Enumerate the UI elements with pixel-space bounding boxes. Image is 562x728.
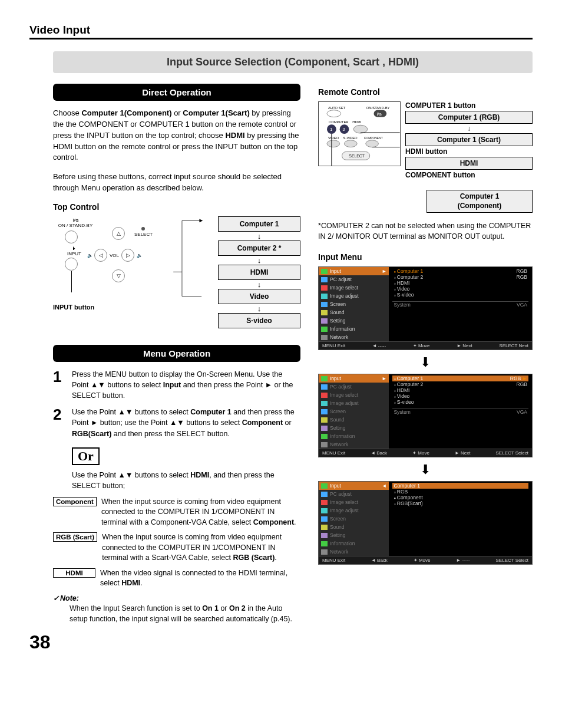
def-component-label: Component — [53, 497, 97, 506]
svg-text:COMPONENT: COMPONENT — [364, 137, 383, 140]
def-hdmi-text: When the video signal is connected to th… — [100, 568, 300, 589]
step-2-number: 2 — [53, 407, 65, 439]
flow-connector — [168, 216, 209, 299]
step-2-text: Use the Point ▲▼ buttons to select Compu… — [72, 407, 300, 439]
def-component-text: When the input source is coming from vid… — [101, 497, 300, 528]
svg-text:COMPUTER: COMPUTER — [329, 120, 349, 124]
svg-text:1: 1 — [330, 127, 332, 132]
svg-text:VIDEO: VIDEO — [328, 136, 339, 140]
direct-para1: Choose Computer 1(Component) or Computer… — [53, 108, 300, 163]
top-control-heading: Top Control — [53, 202, 300, 212]
direct-operation-heading: Direct Operation — [53, 84, 300, 101]
def-rgb-text: When the input source is coming from vid… — [102, 532, 300, 564]
menu-operation-heading: Menu Operation — [53, 345, 300, 362]
svg-point-2 — [327, 110, 341, 117]
direct-para2: Before using these buttons, correct inpu… — [53, 172, 300, 194]
svg-text:2: 2 — [343, 127, 345, 132]
remote-hdmi-button-label: HDMI button — [405, 147, 533, 156]
menu-screenshot-1: Input ►PC adjustImage selectImage adjust… — [318, 266, 533, 350]
note-text: When the Input Search function is set to… — [53, 604, 300, 624]
remote-heading: Remote Control — [318, 87, 533, 97]
flow-computer1: Computer 1 — [218, 216, 300, 232]
footnote: *COMPUTER 2 can not be selected when usi… — [318, 221, 533, 242]
svg-text:ON/STAND-BY: ON/STAND-BY — [366, 106, 390, 110]
section-title: Video Input — [29, 24, 533, 39]
svg-point-11 — [353, 125, 368, 133]
remote-component-button-label: COMPONENT button — [405, 171, 533, 179]
title-bar: Input Source Selection (Component, Scart… — [53, 51, 533, 73]
svg-text:AUTO SET: AUTO SET — [328, 106, 346, 110]
input-menu-heading: Input Menu — [318, 252, 533, 262]
note-label: Note: — [53, 594, 79, 602]
input-button-label: INPUT button — [53, 304, 159, 311]
step-1-number: 1 — [53, 369, 65, 401]
flow-svideo: S-video — [218, 313, 300, 328]
or-box: Or — [72, 447, 100, 465]
arrow-down-icon: ↓ — [405, 125, 533, 132]
input-flow: Computer 1 ↓ Computer 2 * ↓ HDMI ↓ Video… — [218, 216, 300, 328]
flow-hdmi: HDMI — [218, 265, 300, 280]
flow-computer2: Computer 2 * — [218, 241, 300, 256]
remote-c1-rgb-box: Computer 1 (RGB) — [405, 111, 533, 124]
menu-screenshot-2: Input ►PC adjustImage selectImage adjust… — [318, 374, 533, 457]
def-rgb-label: RGB (Scart) — [53, 532, 97, 542]
remote-diagram: AUTO SET ON/STAND-BY I/ᴓ COMPUTER HDMI 1… — [318, 101, 401, 166]
step-1-text: Press the MENU button to display the On-… — [72, 369, 300, 401]
svg-text:I/ᴓ: I/ᴓ — [376, 112, 382, 116]
remote-c1-component-box: Computer 1(Component) — [427, 190, 533, 213]
menu-screenshot-3: Input ◄PC adjustImage selectImage adjust… — [318, 481, 533, 565]
svg-point-15 — [327, 140, 340, 147]
svg-text:S-VIDEO: S-VIDEO — [343, 136, 358, 140]
svg-point-17 — [366, 140, 379, 147]
svg-text:SELECT: SELECT — [349, 154, 365, 158]
top-control-diagram: I/ᴓON / STAND-BY △ SELECT ⏵INPUT 🔈 ◁ VOL… — [53, 216, 159, 299]
arrow-down-icon: ⬇ — [318, 462, 533, 477]
def-hdmi-label: HDMI — [53, 568, 95, 578]
svg-point-16 — [344, 140, 357, 147]
remote-hdmi-box: HDMI — [405, 157, 533, 170]
or-text: Use the Point ▲▼ buttons to select HDMI,… — [72, 470, 300, 491]
page-number: 38 — [29, 631, 533, 653]
svg-text:HDMI: HDMI — [352, 120, 361, 124]
flow-video: Video — [218, 289, 300, 304]
remote-c1-scart-box: Computer 1 (Scart) — [405, 133, 533, 146]
remote-c1-button-label: COMPUTER 1 button — [405, 101, 533, 110]
arrow-down-icon: ⬇ — [318, 355, 533, 370]
